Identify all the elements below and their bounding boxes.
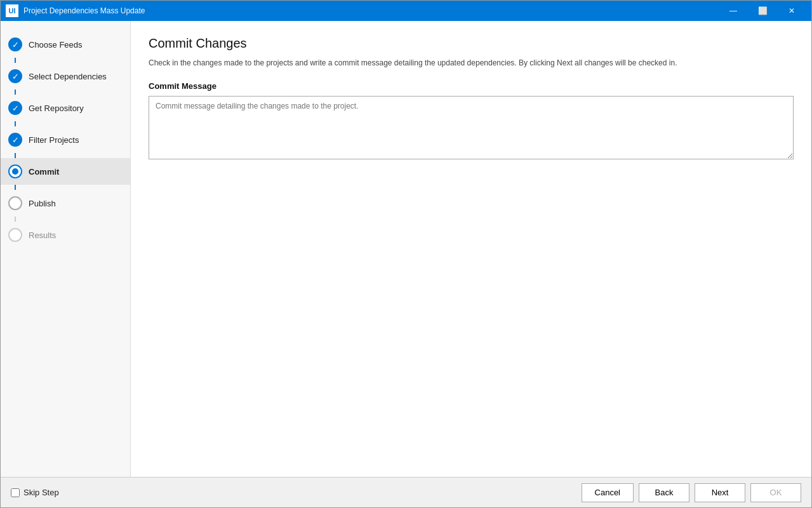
sidebar-label-select-dependencies: Select Dependencies: [29, 72, 107, 81]
step-circle-select-deps: ✓: [8, 69, 22, 83]
sidebar-label-publish: Publish: [29, 199, 56, 208]
sidebar-label-results: Results: [29, 231, 56, 240]
ok-button[interactable]: OK: [750, 483, 801, 502]
sidebar-label-filter-projects: Filter Projects: [29, 135, 79, 145]
sidebar-item-filter-projects[interactable]: ✓ Filter Projects: [1, 126, 130, 153]
sidebar-label-commit: Commit: [29, 167, 59, 177]
skip-step-label: Skip Step: [23, 488, 59, 497]
main-content: ✓ Choose Feeds ✓ Select Dependencies ✓ G…: [1, 21, 811, 477]
sidebar-item-results[interactable]: Results: [1, 222, 130, 248]
titlebar: UI Project Dependencies Mass Update — ⬜ …: [1, 1, 811, 21]
step-circle-get-repo: ✓: [8, 101, 22, 115]
sidebar-item-select-dependencies[interactable]: ✓ Select Dependencies: [1, 63, 130, 90]
close-button[interactable]: ✕: [777, 1, 806, 21]
page-description: Check in the changes made to the project…: [149, 57, 794, 69]
connector-6: [15, 217, 16, 222]
step-circle-publish: [8, 196, 22, 210]
sidebar-label-get-repository: Get Repository: [29, 104, 84, 113]
step-circle-results: [8, 228, 22, 242]
checkmark-icon: ✓: [12, 104, 19, 112]
page-title: Commit Changes: [149, 36, 794, 51]
skip-step-checkbox[interactable]: [11, 488, 20, 497]
connector-5: [15, 185, 16, 190]
skip-step-container: Skip Step: [11, 488, 59, 497]
sidebar-label-choose-feeds: Choose Feeds: [29, 40, 83, 50]
window-controls: — ⬜ ✕: [719, 1, 806, 21]
cancel-button[interactable]: Cancel: [582, 483, 634, 502]
sidebar-item-choose-feeds[interactable]: ✓ Choose Feeds: [1, 31, 130, 58]
checkmark-icon: ✓: [12, 136, 19, 144]
back-button[interactable]: Back: [639, 483, 689, 502]
footer: Skip Step Cancel Back Next OK: [1, 477, 811, 507]
sidebar-item-publish[interactable]: Publish: [1, 190, 130, 217]
step-circle-filter-projects: ✓: [8, 133, 22, 147]
checkmark-icon: ✓: [12, 72, 19, 81]
commit-message-textarea[interactable]: [149, 96, 794, 159]
window-title: Project Dependencies Mass Update: [23, 6, 719, 15]
minimize-button[interactable]: —: [719, 1, 748, 21]
content-area: Commit Changes Check in the changes made…: [131, 21, 811, 477]
connector-2: [15, 90, 16, 95]
connector-4: [15, 153, 16, 158]
connector-3: [15, 121, 16, 126]
sidebar-item-get-repository[interactable]: ✓ Get Repository: [1, 95, 130, 121]
sidebar: ✓ Choose Feeds ✓ Select Dependencies ✓ G…: [1, 21, 131, 477]
connector-1: [15, 58, 16, 63]
app-icon: UI: [6, 4, 18, 17]
checkmark-icon: ✓: [12, 41, 19, 49]
commit-message-label: Commit Message: [149, 81, 794, 91]
step-circle-choose-feeds: ✓: [8, 37, 22, 51]
sidebar-item-commit[interactable]: Commit: [1, 158, 130, 185]
next-button[interactable]: Next: [695, 483, 745, 502]
main-window: UI Project Dependencies Mass Update — ⬜ …: [0, 0, 812, 508]
maximize-button[interactable]: ⬜: [748, 1, 777, 21]
step-circle-commit: [8, 164, 22, 178]
